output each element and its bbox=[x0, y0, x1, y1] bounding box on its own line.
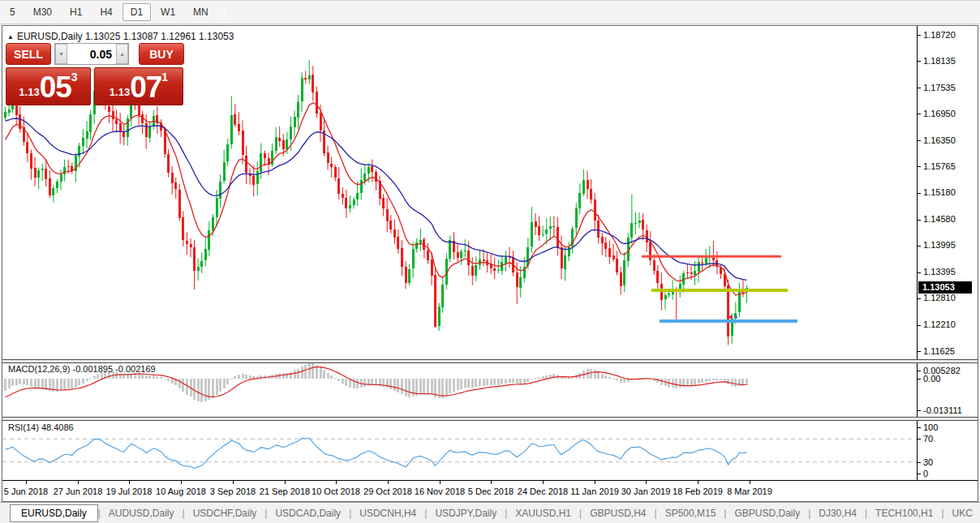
symbol-tab-usdcnh-h4[interactable]: USDCNH,H4 bbox=[351, 505, 424, 521]
time-axis-label: 21 Sep 2018 bbox=[260, 487, 310, 496]
volume-input[interactable] bbox=[67, 44, 116, 64]
macd-axis-tick bbox=[918, 410, 921, 411]
bid-pipette: 3 bbox=[71, 71, 78, 84]
ask-prefix: 1.13 bbox=[110, 84, 130, 101]
time-axis-label: 10 Oct 2018 bbox=[312, 487, 360, 496]
time-axis-tick bbox=[491, 481, 492, 484]
chart-window: ▲EURUSD,Daily 1.13025 1.13087 1.12961 1.… bbox=[2, 25, 978, 502]
rsi-axis-label: 30 bbox=[923, 457, 933, 468]
time-axis-label: 16 Nov 2018 bbox=[415, 487, 465, 496]
volume-decrement-button[interactable]: ▼ bbox=[55, 44, 67, 64]
rsi-axis-tick bbox=[918, 462, 921, 463]
time-axis-label: 30 Jan 2019 bbox=[621, 487, 671, 496]
price-axis-label: 1.18720 bbox=[923, 30, 956, 41]
toolbar-separator bbox=[224, 4, 225, 20]
price-axis[interactable]: 1.187201.181351.175351.169501.163501.157… bbox=[917, 26, 978, 480]
time-axis-label: 5 Dec 2018 bbox=[468, 487, 514, 496]
price-axis-label: 1.13395 bbox=[923, 267, 956, 277]
symbol-tab-tech100-h1[interactable]: TECH100,H1 bbox=[867, 505, 941, 521]
time-axis[interactable]: 5 Jun 201827 Jun 201819 Jul 201810 Aug 2… bbox=[2, 480, 978, 501]
time-axis-tick bbox=[698, 481, 698, 484]
symbol-tab-usdjpy-daily[interactable]: USDJPY,Daily bbox=[427, 505, 505, 521]
time-axis-tick bbox=[440, 481, 441, 484]
price-axis-label: 1.11625 bbox=[923, 346, 955, 357]
ask-quote-button[interactable]: 1.13071 bbox=[94, 67, 183, 105]
timeframe-button-h4[interactable]: H4 bbox=[92, 3, 120, 21]
buy-button[interactable]: BUY bbox=[139, 43, 184, 65]
symbol-tab-usdchf-daily[interactable]: USDCHF,Daily bbox=[185, 505, 265, 521]
bid-prefix: 1.13 bbox=[19, 84, 39, 101]
time-axis-tick bbox=[181, 481, 182, 484]
symbol-tab-bar: EURUSD,Daily|AUDUSD,Daily|USDCHF,Daily|U… bbox=[0, 502, 980, 523]
trading-app: 5M30H1H4D1W1MN ▲EURUSD,Daily 1.13025 1.1… bbox=[0, 0, 980, 523]
price-axis-tick bbox=[918, 166, 921, 167]
volume-stepper: ▼ ▲ bbox=[54, 43, 129, 65]
price-axis-label: 1.18135 bbox=[923, 56, 956, 66]
time-axis-tick bbox=[750, 481, 750, 484]
symbol-tab-gbpusd-daily[interactable]: GBPUSD,Daily bbox=[726, 505, 808, 521]
time-axis-label: 8 Mar 2019 bbox=[727, 487, 772, 496]
ask-big-digits: 07 bbox=[130, 74, 161, 101]
price-axis-label: 1.14580 bbox=[923, 214, 956, 225]
price-axis-tick bbox=[918, 298, 921, 299]
price-axis-tick bbox=[918, 220, 921, 221]
price-axis-tick bbox=[918, 88, 921, 88]
price-axis-tick bbox=[918, 114, 921, 114]
time-axis-label: 19 Jul 2018 bbox=[106, 487, 153, 496]
time-axis-tick bbox=[543, 481, 544, 484]
time-axis-label: 11 Jan 2019 bbox=[570, 487, 619, 496]
time-axis-tick bbox=[646, 481, 647, 484]
macd-axis-label: 0.00 bbox=[923, 374, 940, 384]
price-axis-label: 1.17535 bbox=[923, 83, 956, 93]
time-axis-tick bbox=[388, 481, 389, 484]
time-axis-label: 29 Oct 2018 bbox=[363, 487, 412, 496]
rsi-axis-label: 100 bbox=[923, 422, 938, 433]
rsi-pane-canvas[interactable] bbox=[2, 421, 917, 480]
timeframe-button-h1[interactable]: H1 bbox=[62, 3, 90, 21]
symbol-tab-usdcad-daily[interactable]: USDCAD,Daily bbox=[267, 505, 349, 521]
collapse-triangle-icon[interactable]: ▲ bbox=[7, 33, 14, 41]
symbol-tab-sp500-m15[interactable]: SP500,M15 bbox=[657, 505, 724, 521]
symbol-tab-dj30-h4[interactable]: DJ30,H4 bbox=[810, 505, 865, 521]
timeframe-button-mn[interactable]: MN bbox=[185, 3, 217, 21]
time-axis-tick bbox=[26, 481, 27, 484]
timeframe-button-5[interactable]: 5 bbox=[2, 3, 24, 21]
timeframe-toolbar: 5M30H1H4D1W1MN bbox=[0, 0, 980, 24]
price-axis-tick bbox=[918, 193, 921, 194]
rsi-axis-tick bbox=[918, 474, 921, 474]
macd-splitter[interactable] bbox=[2, 359, 978, 363]
rsi-splitter[interactable] bbox=[2, 417, 978, 421]
ask-pipette: 1 bbox=[161, 71, 168, 84]
time-axis-label: 10 Aug 2018 bbox=[156, 487, 206, 496]
time-axis-label: 5 Jun 2018 bbox=[4, 487, 48, 496]
timeframe-button-w1[interactable]: W1 bbox=[153, 3, 183, 21]
price-axis-tick bbox=[918, 325, 921, 326]
symbol-tab-xauusd-h1[interactable]: XAUUSD,H1 bbox=[507, 505, 579, 521]
timeframe-button-m30[interactable]: M30 bbox=[25, 3, 60, 21]
price-axis-label: 1.16350 bbox=[923, 135, 956, 146]
sell-button[interactable]: SELL bbox=[6, 43, 51, 65]
macd-axis-tick bbox=[918, 371, 921, 371]
volume-increment-button[interactable]: ▲ bbox=[116, 44, 128, 64]
price-axis-label: 1.15765 bbox=[923, 161, 956, 172]
symbol-tab-ukc[interactable]: UKC bbox=[944, 505, 980, 521]
price-axis-tick bbox=[918, 351, 921, 352]
macd-axis-label: -0.013111 bbox=[923, 405, 962, 416]
timeframe-button-d1[interactable]: D1 bbox=[122, 3, 151, 21]
rsi-axis-label: 70 bbox=[923, 434, 933, 444]
time-axis-tick bbox=[336, 481, 337, 484]
bid-quote-button[interactable]: 1.13053 bbox=[6, 67, 91, 105]
one-click-trade-panel: SELL ▼ ▲ BUY 1.13053 1.13071 bbox=[6, 43, 189, 105]
symbol-tab-eurusd-daily[interactable]: EURUSD,Daily bbox=[10, 504, 98, 522]
chart-title-text: EURUSD,Daily 1.13025 1.13087 1.12961 1.1… bbox=[17, 31, 234, 42]
time-axis-label: 27 Jun 2018 bbox=[54, 487, 103, 496]
price-axis-tick bbox=[918, 140, 921, 141]
rsi-axis-tick bbox=[918, 427, 921, 428]
time-axis-tick bbox=[285, 481, 286, 484]
symbol-tab-gbpusd-h4[interactable]: GBPUSD,H4 bbox=[582, 505, 654, 521]
time-axis-tick bbox=[129, 481, 130, 484]
chart-title: ▲EURUSD,Daily 1.13025 1.13087 1.12961 1.… bbox=[7, 31, 234, 42]
time-axis-tick bbox=[233, 481, 234, 484]
time-axis-tick bbox=[595, 481, 595, 484]
symbol-tab-audusd-daily[interactable]: AUDUSD,Daily bbox=[101, 505, 183, 521]
